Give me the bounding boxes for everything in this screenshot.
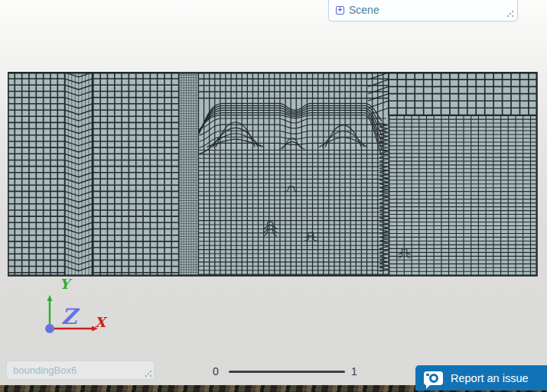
scene-label: Scene (349, 4, 379, 16)
slider-max-label: 1 (351, 365, 357, 377)
camera-bubble-icon (424, 371, 443, 385)
slider-track[interactable] (229, 371, 345, 373)
mesh-viewport[interactable] (8, 71, 545, 277)
axis-triad: Y Z X (31, 275, 111, 335)
panel-resize-grip-icon[interactable] (506, 10, 514, 18)
report-issue-label: Report an issue (451, 372, 529, 384)
name-input[interactable] (6, 361, 155, 380)
scene-panel[interactable]: + Scene (328, 0, 518, 21)
expand-plus-icon[interactable]: + (336, 6, 344, 15)
scene-tree-item[interactable]: + Scene (336, 4, 379, 16)
z-axis-origin-dot (45, 324, 54, 333)
y-axis-arrow-icon (47, 295, 53, 301)
report-issue-button[interactable]: Report an issue (415, 365, 547, 390)
slider-min-label: 0 (213, 365, 219, 377)
axis-y-label: Y (60, 276, 73, 292)
axis-x-label: X (95, 314, 108, 330)
axis-z-label: Z (61, 304, 80, 329)
